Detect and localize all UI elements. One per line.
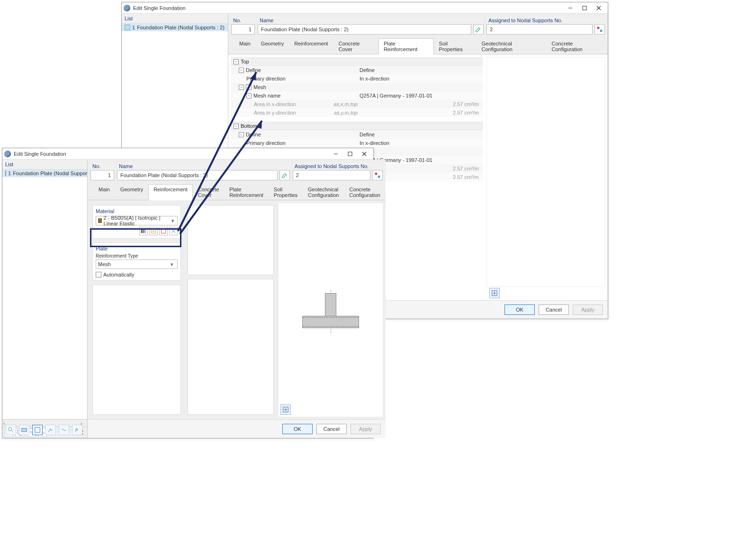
assigned-input[interactable]: 2 <box>486 24 593 35</box>
mesh-name-row: Mesh name <box>253 93 360 98</box>
svg-rect-14 <box>375 173 377 175</box>
preview-tool-button[interactable] <box>489 288 500 298</box>
cancel-button[interactable]: Cancel <box>316 424 347 434</box>
close-button[interactable] <box>592 3 606 13</box>
svg-point-26 <box>9 428 12 431</box>
tool-button[interactable] <box>19 425 29 435</box>
material-library-button[interactable] <box>139 227 148 235</box>
tab-body-reinforcement: Material 2 - B500S(A) | Isotropic | Line… <box>88 200 386 420</box>
collapse-icon[interactable]: − <box>239 85 244 90</box>
svg-rect-1 <box>583 6 586 10</box>
svg-rect-16 <box>141 229 143 233</box>
tab-geometry[interactable]: Geometry <box>256 38 289 54</box>
no-header: No. <box>231 17 255 24</box>
foundation-icon <box>125 25 130 30</box>
material-new-button[interactable] <box>149 227 158 235</box>
tool-button[interactable] <box>59 425 69 435</box>
list-header: List <box>122 14 228 24</box>
svg-rect-17 <box>143 229 144 233</box>
name-header: Name <box>117 162 290 170</box>
tab-main[interactable]: Main <box>93 184 115 200</box>
primary-direction-value[interactable]: In x-direction <box>360 76 483 81</box>
svg-rect-20 <box>162 229 166 233</box>
material-edit-button[interactable] <box>159 227 168 235</box>
collapse-icon[interactable]: − <box>234 124 239 129</box>
define-row: Define <box>246 132 360 137</box>
tab-reinforcement[interactable]: Reinforcement <box>289 38 333 54</box>
reinforcement-type-select[interactable]: Mesh ▾ <box>96 259 178 269</box>
collapse-icon[interactable]: − <box>234 59 239 64</box>
minimize-button[interactable] <box>329 149 343 159</box>
list-item-number: 1 <box>132 25 135 30</box>
maximize-button[interactable] <box>577 3 592 13</box>
automatically-label: Automatically <box>103 272 134 277</box>
dialog-footer: OK Cancel Apply <box>88 420 386 438</box>
name-input[interactable]: Foundation Plate (Nodal Supports : 2) <box>117 170 278 180</box>
tab-soil-properties[interactable]: Soil Properties <box>434 38 477 54</box>
tool-button[interactable] <box>45 425 56 435</box>
tool-button[interactable] <box>6 425 16 435</box>
list-item[interactable]: 1 Foundation Plate (Nodal Supports : 2) <box>122 24 228 31</box>
automatically-checkbox-row[interactable]: Automatically <box>96 272 178 277</box>
material-panel: Material 2 - B500S(A) | Isotropic | Line… <box>92 205 181 239</box>
collapse-icon[interactable]: − <box>239 68 244 73</box>
name-input[interactable]: Foundation Plate (Nodal Supports : 2) <box>258 24 471 35</box>
area-x-symbol: as,x,m,top <box>331 101 360 107</box>
tab-concrete-config[interactable]: Concrete Configuration <box>344 184 385 200</box>
tab-plate-reinforcement[interactable]: Plate Reinforcement <box>224 184 269 200</box>
collapse-icon[interactable]: − <box>246 93 252 98</box>
svg-rect-8 <box>348 152 352 156</box>
tab-geometry[interactable]: Geometry <box>115 184 148 200</box>
assigned-picker-button[interactable] <box>372 170 383 180</box>
collapse-icon[interactable]: − <box>239 132 244 137</box>
foundation-icon <box>5 170 6 176</box>
primary-direction-value[interactable]: In x-direction <box>360 140 483 146</box>
area-y-row: Area in y-direction <box>254 110 331 116</box>
mesh-name-value[interactable]: Q257A | Germany - 1997-01-01 <box>360 93 483 98</box>
reinforcement-type-label: Reinforcement Type <box>96 253 178 259</box>
section-bottom: −Bottom <box>231 122 483 130</box>
chevron-down-icon: ▾ <box>171 218 175 224</box>
svg-line-27 <box>11 430 13 432</box>
svg-rect-5 <box>600 30 602 32</box>
close-button[interactable] <box>357 149 371 159</box>
maximize-button[interactable] <box>343 149 357 159</box>
tab-strip: Main Geometry Reinforcement Concrete Cov… <box>228 38 608 54</box>
no-input[interactable]: 1 <box>90 170 114 180</box>
automatically-checkbox[interactable] <box>96 272 101 277</box>
tab-concrete-config[interactable]: Concrete Configuration <box>547 38 608 54</box>
foundation-sketch <box>300 293 361 336</box>
tool-button[interactable]: f² <box>72 425 82 435</box>
list-item[interactable]: 1 Foundation Plate (Nodal Supports : 2) <box>2 170 87 177</box>
minimize-button[interactable] <box>563 3 577 13</box>
material-select[interactable]: 2 - B500S(A) | Isotropic | Linear Elasti… <box>96 216 178 225</box>
list-item-label: Foundation Plate (Nodal Supports : 2) <box>13 170 87 176</box>
tab-plate-reinforcement[interactable]: Plate Reinforcement <box>378 38 434 54</box>
material-delete-button[interactable] <box>169 227 178 235</box>
tab-main[interactable]: Main <box>234 38 256 54</box>
ok-button[interactable]: OK <box>504 304 535 315</box>
no-input[interactable]: 1 <box>231 24 255 35</box>
primary-direction-row: Primary direction <box>246 76 360 81</box>
section-top: −Top <box>231 57 483 66</box>
chevron-down-icon: ▾ <box>171 261 175 268</box>
list-item-number: 1 <box>8 170 11 176</box>
preview-tool-button[interactable] <box>280 404 291 415</box>
tab-geotechnical-config[interactable]: Geotechnical Configuration <box>477 38 547 54</box>
edit-name-button[interactable] <box>473 24 484 35</box>
cancel-button[interactable]: Cancel <box>539 304 569 315</box>
assigned-picker-button[interactable] <box>594 24 605 35</box>
tool-button[interactable] <box>32 425 43 435</box>
ok-button[interactable]: OK <box>282 424 313 434</box>
area-x-row: Area in x-direction <box>254 101 331 107</box>
tab-reinforcement[interactable]: Reinforcement <box>148 184 193 200</box>
tab-geotechnical-config[interactable]: Geotechnical Configuration <box>303 184 344 200</box>
tab-soil-properties[interactable]: Soil Properties <box>269 184 303 200</box>
assigned-input[interactable]: 2 <box>293 170 370 180</box>
list-body[interactable]: 1 Foundation Plate (Nodal Supports : 2) <box>2 170 87 419</box>
window-title: Edit Single Foundation <box>133 5 563 11</box>
edit-name-button[interactable] <box>279 170 290 180</box>
tab-concrete-cover[interactable]: Concrete Cover <box>193 184 225 200</box>
mesh-checkbox[interactable]: ✓ <box>246 84 252 90</box>
tab-concrete-cover[interactable]: Concrete Cover <box>333 38 378 54</box>
